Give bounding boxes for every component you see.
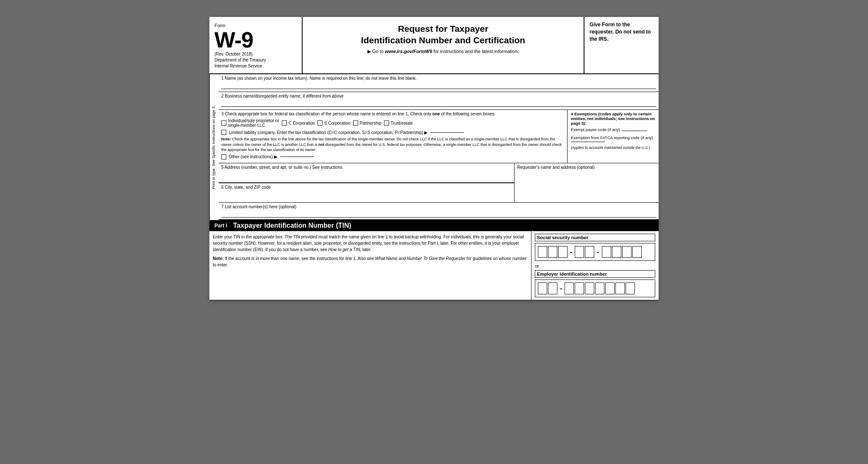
cb-trust-box[interactable] — [384, 120, 389, 126]
line1-input[interactable] — [221, 81, 656, 89]
line5-field: 5 Address (number, street, and apt. or s… — [219, 163, 514, 183]
line3-section: 3 Check appropriate box for federal tax … — [219, 110, 659, 163]
ssn-group3 — [602, 246, 642, 258]
ein-box[interactable] — [595, 282, 604, 294]
form-body: Print or type. See Specific Instructions… — [209, 74, 659, 220]
ein-box[interactable] — [615, 282, 625, 294]
ssn-box[interactable] — [622, 246, 632, 258]
part1-header: Part I Taxpayer Identification Number (T… — [209, 220, 659, 231]
form-fields: 1 Name (as shown on your income tax retu… — [219, 74, 659, 220]
ssn-box[interactable] — [575, 246, 584, 258]
line6-label: 6 City, state, and ZIP code — [221, 185, 512, 190]
exemptions-panel: 4 Exemptions (codes apply only to certai… — [568, 110, 659, 163]
ssn-box[interactable] — [538, 246, 547, 258]
ein-box[interactable] — [548, 282, 557, 294]
ein-section: Employer identification number - — [535, 270, 655, 297]
part1-title: Taxpayer Identification Number (TIN) — [233, 222, 351, 229]
fatca-field: Exemption from FATCA reporting code (if … — [571, 135, 655, 140]
llc-classification-input[interactable] — [430, 132, 464, 133]
address-section: 5 Address (number, street, and apt. or s… — [219, 163, 659, 203]
ssn-label: Social security number — [535, 234, 655, 241]
requester-field: Requester's name and address (optional) — [515, 163, 659, 202]
ein-box[interactable] — [605, 282, 615, 294]
give-form-text: Give Form to the requester. Do not send … — [590, 21, 654, 42]
line2-input[interactable] — [221, 99, 656, 107]
cb-trust[interactable]: Trust/estate — [384, 120, 413, 126]
ein-box[interactable] — [585, 282, 594, 294]
line6-input[interactable] — [221, 190, 512, 201]
header-center: Request for Taxpayer Identification Numb… — [303, 17, 584, 73]
ein-group1 — [538, 282, 557, 294]
other-row: Other (see instructions) ▶ — [221, 154, 565, 159]
cb-ccorp[interactable]: C Corporation — [282, 120, 315, 126]
cb-partnership-box[interactable] — [353, 120, 358, 126]
line5-input[interactable] — [221, 170, 512, 181]
llc-row: Limited liability company. Enter the tax… — [221, 130, 565, 135]
part1-tin-boxes: Social security number - - — [531, 231, 659, 300]
part1-label: Part I — [213, 222, 229, 229]
part1-instructions: Enter your TIN in the appropriate box. T… — [209, 231, 531, 300]
goto-line: ▶ Go to www.irs.gov/FormW9 for instructi… — [311, 49, 575, 54]
ssn-box[interactable] — [548, 246, 557, 258]
requester-input[interactable] — [517, 170, 656, 195]
ssn-dash1: - — [569, 248, 573, 256]
header-left: Form W-9 (Rev. October 2018) Department … — [209, 17, 303, 73]
ein-box[interactable] — [626, 282, 635, 294]
form-number: W-9 — [214, 29, 297, 51]
ein-boxes: - — [535, 280, 655, 297]
line7-input[interactable] — [221, 210, 656, 218]
line1-row: 1 Name (as shown on your income tax retu… — [219, 74, 659, 92]
ein-box[interactable] — [575, 282, 584, 294]
other-input[interactable] — [280, 157, 314, 157]
form-title: Request for Taxpayer Identification Numb… — [311, 23, 575, 46]
ein-label: Employer identification number — [535, 270, 655, 278]
cb-partnership[interactable]: Partnership — [353, 120, 381, 126]
form-dept: Department of the Treasury Internal Reve… — [214, 57, 297, 69]
sidebar-label: Print or type. See Specific Instructions… — [209, 74, 219, 220]
exempt-payee-field: Exempt payee code (if any) — [571, 127, 655, 132]
part1-body: Enter your TIN in the appropriate box. T… — [209, 231, 659, 300]
form-rev: (Rev. October 2018) — [214, 52, 297, 56]
cb-llc-box[interactable] — [221, 130, 226, 135]
ssn-box[interactable] — [632, 246, 642, 258]
ssn-boxes: - - — [535, 243, 655, 261]
ein-box[interactable] — [565, 282, 574, 294]
ein-group2 — [565, 282, 635, 294]
cb-scorp-box[interactable] — [317, 120, 323, 126]
w9-form: Form W-9 (Rev. October 2018) Department … — [209, 17, 659, 300]
line7-label: 7 List account number(s) here (optional) — [221, 204, 296, 209]
or-text: or — [535, 263, 655, 268]
line3-label: 3 Check appropriate box for federal tax … — [221, 112, 565, 116]
part1-text: Enter your TIN in the appropriate box. T… — [213, 234, 528, 253]
requester-label: Requester's name and address (optional) — [517, 165, 656, 170]
ein-dash: - — [559, 285, 563, 292]
cb-individual[interactable]: Individual/sole proprietor orsingle-memb… — [221, 118, 279, 128]
ssn-box[interactable] — [585, 246, 594, 258]
ssn-dash2: - — [596, 248, 600, 256]
cb-ccorp-box[interactable] — [282, 120, 287, 126]
line2-label: 2 Business name/disregarded entity name,… — [221, 94, 656, 98]
part1-note: Note: If the account is in more than one… — [213, 255, 528, 268]
note-text: Note: Check the appropriate box in the l… — [221, 137, 565, 153]
classification-checkboxes: Individual/sole proprietor orsingle-memb… — [221, 118, 565, 128]
exempt-payee-input[interactable] — [622, 131, 647, 131]
line7-row: 7 List account number(s) here (optional) — [219, 203, 659, 220]
address-left: 5 Address (number, street, and apt. or s… — [219, 163, 515, 202]
exemptions-heading: 4 Exemptions (codes apply only to certai… — [571, 112, 655, 126]
ssn-box[interactable] — [612, 246, 621, 258]
ssn-group1 — [538, 246, 568, 258]
header-right: Give Form to the requester. Do not send … — [584, 17, 659, 73]
cb-individual-box[interactable] — [221, 120, 226, 126]
ssn-box[interactable] — [602, 246, 611, 258]
fatca-input[interactable] — [571, 142, 605, 142]
ssn-box[interactable] — [558, 246, 568, 258]
cb-other-box[interactable] — [221, 154, 226, 159]
line2-row: 2 Business name/disregarded entity name,… — [219, 92, 659, 110]
ssn-group2 — [575, 246, 594, 258]
line5-label: 5 Address (number, street, and apt. or s… — [221, 165, 512, 170]
line6-field: 6 City, state, and ZIP code — [219, 183, 514, 202]
line1-label: 1 Name (as shown on your income tax retu… — [221, 76, 656, 81]
ein-box[interactable] — [538, 282, 547, 294]
cb-scorp[interactable]: S Corporation — [317, 120, 351, 126]
fatca-note: (Applies to accounts maintained outside … — [571, 145, 655, 150]
